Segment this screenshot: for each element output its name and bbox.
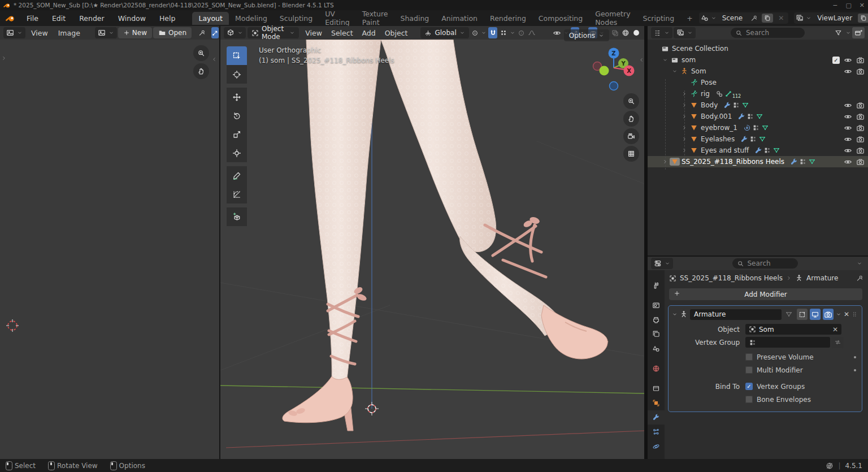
- proportional-edit-toggle[interactable]: [517, 27, 526, 38]
- menu-window[interactable]: Window: [111, 12, 153, 25]
- pin-scene-button[interactable]: [748, 14, 760, 23]
- expander-icon[interactable]: [661, 57, 670, 63]
- viewport-menu-select[interactable]: Select: [327, 27, 358, 39]
- xray-toggle[interactable]: [611, 27, 620, 38]
- disable-render-toggle[interactable]: [856, 112, 865, 121]
- shading-wireframe-button[interactable]: [622, 27, 631, 38]
- output-properties-tab[interactable]: [648, 313, 665, 327]
- expander-icon[interactable]: [680, 148, 689, 153]
- tool-cursor-tool[interactable]: [227, 65, 247, 84]
- navigation-gizmo[interactable]: Z Y X: [592, 44, 639, 98]
- multi-modifier-checkbox[interactable]: [745, 366, 753, 374]
- tool-scale[interactable]: [227, 125, 247, 144]
- hide-viewport-toggle[interactable]: [844, 101, 852, 110]
- disable-render-toggle[interactable]: [856, 146, 865, 155]
- menu-edit[interactable]: Edit: [45, 12, 72, 25]
- properties-editor[interactable]: Search SS_2025_#118_Ribbons Heels Armatu…: [648, 257, 868, 459]
- disable-render-toggle[interactable]: [856, 124, 865, 132]
- pin-icon[interactable]: [856, 275, 863, 282]
- physics-properties-tab[interactable]: [648, 439, 665, 454]
- hide-viewport-toggle[interactable]: [844, 158, 852, 166]
- tool-select-box[interactable]: [227, 46, 247, 65]
- zoom-view-button[interactable]: [623, 93, 639, 109]
- new-image-button[interactable]: New: [118, 27, 152, 38]
- open-image-button[interactable]: Open: [153, 27, 192, 38]
- modifier-extras-chevron[interactable]: [836, 311, 841, 317]
- disable-render-toggle[interactable]: [856, 67, 865, 76]
- render-properties-tab[interactable]: [648, 298, 665, 313]
- tool-transform[interactable]: [227, 144, 247, 162]
- menu-view[interactable]: View: [27, 27, 53, 39]
- modifier-render-toggle[interactable]: [823, 309, 834, 320]
- camera-view-button[interactable]: [623, 128, 639, 144]
- bone-envelopes-checkbox[interactable]: [745, 396, 753, 403]
- pivot-point-button[interactable]: [471, 27, 480, 38]
- shading-solid-button[interactable]: [632, 27, 641, 38]
- close-button[interactable]: ✕: [860, 2, 865, 9]
- orientation-selector[interactable]: Global: [420, 27, 468, 38]
- viewport-menu-object[interactable]: Object: [380, 27, 413, 39]
- expand-sidebar-arrow[interactable]: [211, 57, 217, 62]
- maximize-button[interactable]: ▢: [845, 2, 851, 9]
- outliner-row[interactable]: Eyelashes: [648, 133, 868, 145]
- expander-icon[interactable]: [680, 102, 689, 108]
- expander-icon[interactable]: [670, 68, 679, 74]
- expander-icon[interactable]: [680, 114, 689, 119]
- modifier-cage-toggle[interactable]: [784, 309, 795, 320]
- collection-checkbox[interactable]: ✓: [832, 57, 840, 64]
- expander-icon[interactable]: [680, 136, 689, 142]
- blender-logo-icon[interactable]: [6, 13, 16, 23]
- editor-type-button[interactable]: [651, 258, 673, 269]
- vertex-groups-checkbox[interactable]: ✓: [745, 383, 753, 390]
- outliner-row[interactable]: Scene Collection: [648, 43, 868, 54]
- add-workspace-button[interactable]: +: [680, 12, 698, 25]
- image-editor[interactable]: View Image New Open: [0, 26, 220, 459]
- modifier-editmode-toggle[interactable]: [797, 309, 808, 320]
- disable-render-toggle[interactable]: [856, 135, 865, 144]
- outliner-row[interactable]: Som: [648, 66, 868, 77]
- workspace-tab-scripting[interactable]: Scripting: [637, 12, 681, 25]
- filter-button[interactable]: [832, 27, 844, 38]
- tool-properties-tab[interactable]: [648, 278, 665, 293]
- workspace-tab-rendering[interactable]: Rendering: [484, 12, 532, 25]
- animate-dot[interactable]: [854, 369, 856, 371]
- display-mode-button[interactable]: [674, 27, 696, 38]
- invert-vertex-group-button[interactable]: [831, 337, 844, 348]
- expander-icon[interactable]: [680, 125, 689, 131]
- outliner-row[interactable]: Pose: [648, 77, 868, 88]
- workspace-tab-compositing[interactable]: Compositing: [532, 12, 589, 25]
- drag-handle-icon[interactable]: [852, 311, 858, 318]
- workspace-tab-animation[interactable]: Animation: [435, 12, 484, 25]
- snap-settings-button[interactable]: [499, 27, 508, 38]
- tool-add-cube[interactable]: [227, 207, 247, 226]
- menu-render[interactable]: Render: [72, 12, 111, 25]
- chevron-down-icon[interactable]: [857, 261, 862, 266]
- add-modifier-button[interactable]: Add Modifier: [669, 288, 862, 300]
- hide-viewport-toggle[interactable]: [844, 135, 852, 144]
- outliner-row[interactable]: Body.001: [648, 111, 868, 122]
- pin-icon[interactable]: [198, 29, 206, 37]
- clear-object-button[interactable]: ✕: [832, 326, 838, 334]
- zoom-tool-button[interactable]: [193, 45, 209, 61]
- disable-render-toggle[interactable]: [856, 56, 865, 64]
- outliner-row[interactable]: Eyes and stuff: [648, 145, 868, 156]
- modifiers-properties-tab[interactable]: [648, 410, 665, 425]
- image-gizmo-button[interactable]: [211, 27, 219, 38]
- modifier-delete-button[interactable]: ✕: [844, 310, 849, 318]
- pan-tool-button[interactable]: [193, 63, 209, 79]
- ortho-toggle-button[interactable]: [623, 146, 639, 162]
- menu-file[interactable]: File: [20, 12, 45, 25]
- workspace-tab-shading[interactable]: Shading: [394, 12, 436, 25]
- expander-icon[interactable]: [661, 159, 670, 164]
- modifier-realtime-toggle[interactable]: [810, 309, 821, 320]
- editor-type-button[interactable]: [3, 27, 25, 38]
- vertex-group-field[interactable]: [745, 337, 830, 348]
- menu-help[interactable]: Help: [153, 12, 183, 25]
- tool-rotate[interactable]: [227, 106, 247, 125]
- hide-viewport-toggle[interactable]: [844, 56, 852, 64]
- outliner-search[interactable]: Search: [731, 28, 805, 38]
- workspace-tab-modeling[interactable]: Modeling: [229, 12, 274, 25]
- workspace-tab-sculpting[interactable]: Sculpting: [274, 12, 319, 25]
- image-browse-button[interactable]: [95, 27, 117, 38]
- hide-viewport-toggle[interactable]: [844, 124, 852, 132]
